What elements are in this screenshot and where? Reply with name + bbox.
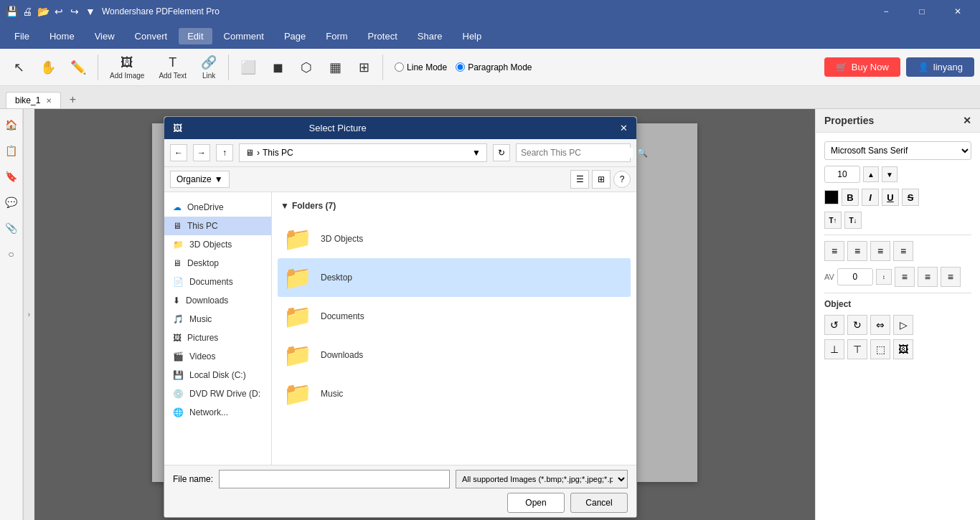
menu-form[interactable]: Form	[317, 28, 356, 44]
sidebar-item-documents[interactable]: 📄 Documents	[164, 273, 271, 291]
sidebar-item-music[interactable]: 🎵 Music	[164, 310, 271, 328]
open-button[interactable]: Open	[507, 493, 565, 513]
line-mode-radio[interactable]	[395, 62, 404, 72]
menu-home[interactable]: Home	[41, 28, 83, 44]
search-box[interactable]: 🔍	[516, 143, 631, 162]
sidebar-item-desktop[interactable]: 🖥 Desktop	[164, 254, 271, 273]
line-spacing-3-button[interactable]: ≡	[941, 267, 961, 287]
columns-button[interactable]: ⊞	[351, 52, 377, 83]
maximize-button[interactable]: □	[905, 0, 938, 23]
crop-object-button[interactable]: ⬚	[870, 339, 890, 359]
align-right-button[interactable]: ≡	[870, 241, 890, 261]
menu-view[interactable]: View	[86, 28, 123, 44]
align-bottom-button[interactable]: ⊥	[824, 339, 844, 359]
paragraph-mode-radio[interactable]	[456, 62, 465, 72]
bold-button[interactable]: B	[842, 189, 859, 206]
rotate-left-button[interactable]: ↺	[824, 315, 844, 335]
add-image-button[interactable]: 🖼 Add Image	[104, 52, 150, 83]
align-left-button[interactable]: ≡	[824, 241, 844, 261]
align-center-button[interactable]: ≡	[847, 241, 867, 261]
file-type-select[interactable]: All supported Images (*.bmp;*.jpg;*.jpeg…	[456, 470, 628, 488]
color-swatch[interactable]	[824, 190, 839, 204]
menu-protect[interactable]: Protect	[359, 28, 406, 44]
paragraph-mode-label[interactable]: Paragraph Mode	[456, 62, 532, 72]
folder-item-documents[interactable]: 📁 Documents	[278, 297, 631, 336]
sidebar-item-3dobjects[interactable]: 📁 3D Objects	[164, 235, 271, 254]
sidebar-item-pictures[interactable]: 🖼 Pictures	[164, 328, 271, 347]
close-x-icon[interactable]: ✕	[620, 123, 628, 133]
save-icon[interactable]: 💾	[6, 6, 17, 17]
open-icon[interactable]: 📂	[37, 6, 49, 17]
italic-button[interactable]: I	[862, 189, 879, 206]
view-icon-button[interactable]: ⊞	[592, 170, 611, 189]
undo-icon[interactable]: ↩	[53, 6, 65, 17]
strikethrough-button[interactable]: S	[902, 189, 919, 206]
select-tool-button[interactable]: ↖	[6, 52, 32, 83]
sidebar-item-downloads[interactable]: ⬇ Downloads	[164, 291, 271, 310]
line-mode-label[interactable]: Line Mode	[395, 62, 447, 72]
menu-help[interactable]: Help	[454, 28, 491, 44]
align-justify-button[interactable]: ≡	[893, 241, 913, 261]
file-name-input[interactable]	[219, 470, 450, 488]
folder-item-downloads[interactable]: 📁 Downloads	[278, 336, 631, 374]
minimize-button[interactable]: −	[870, 0, 903, 23]
menu-convert[interactable]: Convert	[126, 28, 176, 44]
spacing-up-button[interactable]: ↕	[876, 269, 892, 285]
user-button[interactable]: 👤 linyang	[906, 57, 974, 77]
comment-tool[interactable]: 💬	[1, 192, 22, 212]
redo-icon[interactable]: ↪	[69, 6, 80, 17]
thumbnail-tool[interactable]: 📋	[1, 141, 22, 161]
search-input[interactable]	[517, 148, 633, 158]
underline-button[interactable]: U	[882, 189, 899, 206]
superscript-button[interactable]: T↑	[824, 212, 842, 229]
size-down-button[interactable]: ▼	[882, 166, 897, 182]
line-spacing-2-button[interactable]: ≡	[918, 267, 938, 287]
menu-edit[interactable]: Edit	[179, 28, 212, 44]
sidebar-collapse-button[interactable]: ›	[23, 109, 34, 520]
attachment-tool[interactable]: 📎	[1, 218, 22, 238]
edit-tool-button[interactable]: ✏️	[65, 52, 92, 83]
sidebar-item-localdisk[interactable]: 💾 Local Disk (C:)	[164, 366, 271, 384]
collapse-icon[interactable]: ▼	[281, 201, 289, 211]
home-tool[interactable]: 🏠	[1, 115, 22, 135]
folder-item-3dobjects[interactable]: 📁 3D Objects	[278, 219, 631, 258]
flip-h-button[interactable]: ⇔	[870, 315, 890, 335]
back-button[interactable]: ←	[170, 144, 187, 161]
sidebar-item-network[interactable]: 🌐 Network...	[164, 403, 271, 422]
shape-button[interactable]: ⬡	[293, 52, 319, 83]
signature-tool[interactable]: ○	[1, 244, 22, 264]
spacing-input[interactable]	[837, 268, 873, 285]
forward-button[interactable]: →	[193, 144, 210, 161]
tab-close-icon[interactable]: ✕	[46, 97, 52, 105]
add-text-button[interactable]: T Add Text	[153, 52, 192, 83]
view-details-button[interactable]: ☰	[570, 170, 589, 189]
print-icon[interactable]: 🖨	[22, 6, 33, 17]
size-up-button[interactable]: ▲	[863, 166, 879, 182]
up-button[interactable]: ↑	[216, 144, 233, 161]
close-button[interactable]: ✕	[941, 0, 974, 23]
organize-button[interactable]: Organize ▼	[170, 171, 230, 188]
refresh-button[interactable]: ↻	[493, 144, 510, 161]
sidebar-item-videos[interactable]: 🎬 Videos	[164, 347, 271, 366]
folder-item-desktop[interactable]: 📁 Desktop	[278, 258, 631, 297]
link-button[interactable]: 🔗 Link	[195, 52, 222, 83]
image-button[interactable]: 🖼	[893, 339, 913, 359]
rotate-right-button[interactable]: ↻	[847, 315, 867, 335]
dropdown-icon[interactable]: ▼	[85, 6, 96, 17]
sidebar-item-dvd[interactable]: 💿 DVD RW Drive (D:	[164, 384, 271, 403]
tab-bike1[interactable]: bike_1 ✕	[6, 92, 61, 108]
menu-share[interactable]: Share	[409, 28, 451, 44]
bookmark-tool[interactable]: 🔖	[1, 166, 22, 186]
path-bar[interactable]: 🖥 › This PC ▼	[239, 143, 487, 162]
sidebar-item-thispc[interactable]: 🖥 This PC	[164, 217, 271, 235]
buy-now-button[interactable]: 🛒 Buy Now	[824, 57, 900, 77]
hand-tool-button[interactable]: ✋	[34, 52, 62, 83]
align-top-button[interactable]: ⊤	[847, 339, 867, 359]
sidebar-item-onedrive[interactable]: ☁ OneDrive	[164, 198, 271, 217]
menu-page[interactable]: Page	[275, 28, 314, 44]
tab-add-button[interactable]: +	[64, 91, 81, 108]
subscript-button[interactable]: T↓	[844, 212, 862, 229]
font-selector[interactable]: Microsoft Sans Serif	[824, 141, 971, 160]
crop-button[interactable]: ⬜	[235, 52, 262, 83]
mask-button[interactable]: ◼	[265, 52, 291, 83]
